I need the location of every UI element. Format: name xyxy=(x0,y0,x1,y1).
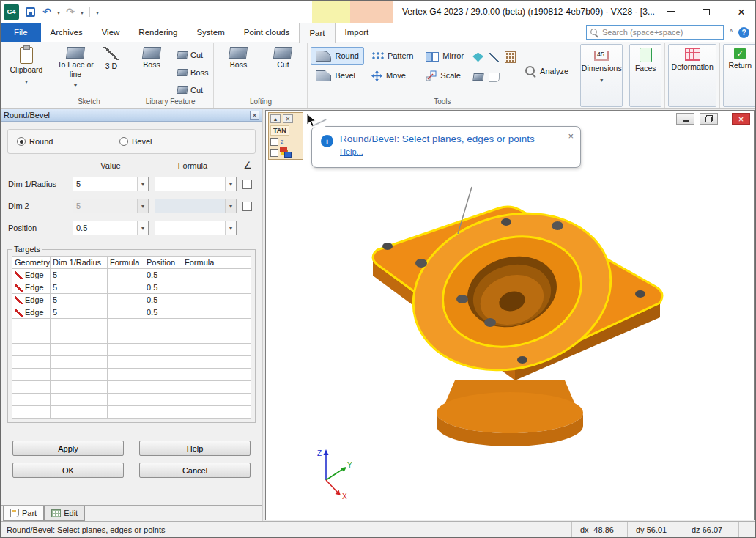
undo-button[interactable] xyxy=(40,5,53,18)
targets-table-row[interactable] xyxy=(12,344,251,356)
tab-import[interactable]: Import xyxy=(336,23,379,42)
dim1-formula-combo[interactable] xyxy=(155,177,237,191)
dimension-mode-icon[interactable] xyxy=(281,139,284,145)
to-face-or-line-button[interactable]: To Face or line xyxy=(54,44,97,97)
targets-table-row[interactable] xyxy=(12,356,251,369)
panel-close-button[interactable] xyxy=(283,114,293,123)
tab-system[interactable]: System xyxy=(187,23,234,42)
library-boss-small-button[interactable]: Boss xyxy=(175,65,210,80)
chevron-down-icon[interactable] xyxy=(137,177,148,191)
targets-table-row[interactable]: Edge50.5 xyxy=(12,269,251,281)
apply-button[interactable]: Apply xyxy=(12,441,124,456)
cell-formula2 xyxy=(182,306,251,319)
cell-formula2 xyxy=(182,344,251,356)
chevron-down-icon[interactable] xyxy=(137,221,148,235)
targets-table-row[interactable] xyxy=(12,331,251,344)
targets-table-row[interactable]: Edge50.5 xyxy=(12,281,251,294)
position-value-combo[interactable] xyxy=(73,221,149,235)
doc-minimize-button[interactable] xyxy=(676,113,694,125)
position-formula-input[interactable] xyxy=(155,221,225,235)
tangent-snap-label[interactable]: TAN xyxy=(270,125,289,136)
minimize-button[interactable] xyxy=(664,5,678,18)
dim1-value-input[interactable] xyxy=(73,177,137,191)
bevel-button[interactable]: Bevel xyxy=(311,67,363,84)
dim1-formula-input[interactable] xyxy=(155,177,225,191)
ok-button[interactable]: OK xyxy=(12,463,124,478)
help-icon[interactable] xyxy=(738,27,749,38)
calculator-icon[interactable] xyxy=(505,51,516,63)
cancel-button[interactable]: Cancel xyxy=(139,463,251,478)
doc-restore-button[interactable] xyxy=(700,113,718,125)
tab-file[interactable]: File xyxy=(1,23,41,42)
tab-point-clouds[interactable]: Point clouds xyxy=(234,23,300,42)
tab-view[interactable]: View xyxy=(92,23,130,42)
tab-archives[interactable]: Archives xyxy=(41,23,92,42)
position-formula-combo[interactable] xyxy=(155,221,237,235)
redo-dropdown-icon[interactable] xyxy=(81,7,84,16)
move-button[interactable]: Move xyxy=(366,67,418,84)
dim1-value-combo[interactable] xyxy=(73,177,149,191)
library-cut-button[interactable]: Cut xyxy=(175,47,210,62)
panel-collapse-button[interactable] xyxy=(270,114,281,123)
ribbon-group-dimensions: 45 Dimensions xyxy=(577,43,626,108)
bevel-radio[interactable]: Bevel xyxy=(119,137,152,146)
redo-button[interactable] xyxy=(64,5,77,18)
round-radio[interactable]: Round xyxy=(17,137,119,146)
search-input[interactable] xyxy=(602,28,719,37)
help-button[interactable]: Help xyxy=(139,441,251,456)
analyze-button[interactable]: Analyze xyxy=(519,62,574,80)
dialog-close-button[interactable] xyxy=(250,111,259,120)
angle-icon[interactable] xyxy=(243,160,252,171)
bottom-tab-edit[interactable]: Edit xyxy=(44,506,85,521)
help-link[interactable]: Help... xyxy=(340,147,363,156)
cube-icon[interactable] xyxy=(472,73,483,81)
tab-part[interactable]: Part xyxy=(299,23,335,43)
lofting-boss-button[interactable]: Boss xyxy=(217,44,259,97)
clipboard-button[interactable]: Clipboard xyxy=(5,44,48,107)
viewport-3d[interactable]: TAN xyxy=(265,110,755,520)
bottom-tab-part[interactable]: Part xyxy=(3,506,44,521)
dim1-checkbox[interactable] xyxy=(242,180,252,189)
chevron-down-icon[interactable] xyxy=(225,177,236,191)
maximize-button[interactable] xyxy=(700,5,713,18)
search-box[interactable] xyxy=(586,25,724,40)
position-value-input[interactable] xyxy=(73,221,137,235)
targets-table-row[interactable]: Edge50.5 xyxy=(12,306,251,319)
tangent-line-icon[interactable] xyxy=(489,53,500,62)
save-button[interactable] xyxy=(23,5,37,18)
dimensions-button[interactable]: 45 Dimensions xyxy=(580,44,623,107)
round-button[interactable]: Round xyxy=(311,47,363,65)
layers-palette-icon[interactable] xyxy=(281,148,292,158)
tab-rendering[interactable]: Rendering xyxy=(129,23,187,42)
targets-table-row[interactable]: Edge50.5 xyxy=(12,294,251,306)
targets-table-row[interactable] xyxy=(12,369,251,381)
dim2-checkbox[interactable] xyxy=(242,202,252,211)
close-button[interactable] xyxy=(735,5,748,18)
deformation-button[interactable]: Deformation xyxy=(668,44,716,107)
collapse-ribbon-button[interactable] xyxy=(724,23,738,42)
mirror-button[interactable]: Mirror xyxy=(420,47,469,65)
sheet-icon[interactable] xyxy=(489,73,500,82)
library-boss-button[interactable]: Boss xyxy=(130,44,173,97)
undo-dropdown-icon[interactable] xyxy=(57,7,60,16)
sketch-3d-button[interactable]: 3 D xyxy=(99,44,124,97)
targets-table-row[interactable] xyxy=(12,319,251,331)
targets-table-row[interactable] xyxy=(12,406,251,419)
doc-close-button[interactable] xyxy=(732,113,750,125)
targets-table-row[interactable] xyxy=(12,381,251,394)
library-cut-small-button[interactable]: Cut xyxy=(175,82,210,97)
return-button[interactable]: Return xyxy=(723,44,756,107)
faces-button[interactable]: Faces xyxy=(629,44,662,107)
close-icon[interactable] xyxy=(568,130,574,141)
pattern-button[interactable]: Pattern xyxy=(366,47,418,65)
chevron-down-icon[interactable] xyxy=(225,221,236,235)
targets-table-row[interactable] xyxy=(12,394,251,406)
scale-button[interactable]: Scale xyxy=(420,67,469,84)
snap-checkbox-1[interactable] xyxy=(270,138,278,146)
window-title: Vertex G4 2023 / 29.0.00 (beta) (r190812… xyxy=(402,1,655,23)
customize-toolbar-icon[interactable] xyxy=(96,7,99,16)
lofting-cut-button[interactable]: Cut xyxy=(262,44,304,97)
snap-checkbox-2[interactable] xyxy=(270,149,278,157)
measure-icon[interactable] xyxy=(472,53,483,62)
redo-icon xyxy=(66,6,75,18)
